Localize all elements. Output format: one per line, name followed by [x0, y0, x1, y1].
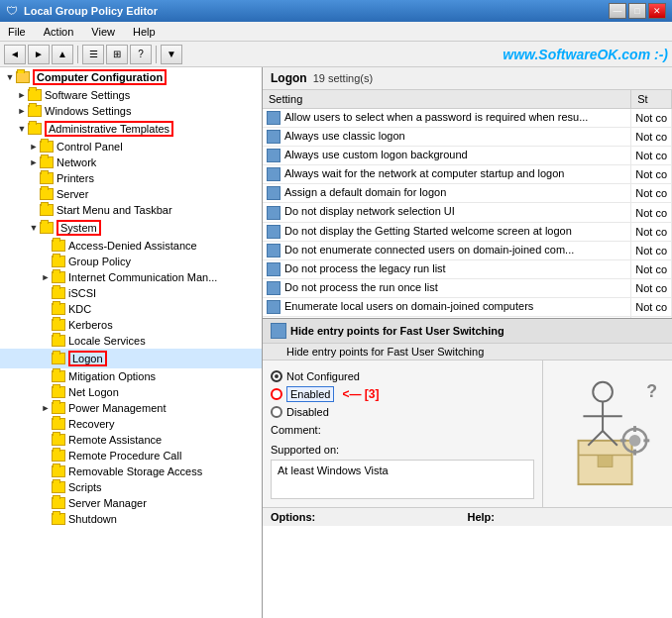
toggle-ic[interactable]: ►	[40, 271, 52, 283]
toggle-server[interactable]: ►	[28, 188, 40, 200]
toggle-kdc[interactable]: ►	[40, 303, 52, 315]
table-row[interactable]: Do not process the run once listNot co	[263, 278, 672, 297]
folder-icon-software	[28, 89, 42, 101]
setting-icon	[267, 167, 280, 181]
help-button[interactable]: ?	[130, 45, 152, 64]
table-row[interactable]: Do not enumerate connected users on doma…	[263, 241, 672, 259]
tree-item-access-denied[interactable]: ► Access-Denied Assistance	[0, 238, 262, 254]
forward-button[interactable]: ►	[28, 45, 50, 64]
tree-item-control-panel[interactable]: ► Control Panel	[0, 139, 262, 154]
toggle-gp[interactable]: ►	[40, 256, 52, 267]
table-row[interactable]: Enumerate local users on domain-joined c…	[263, 297, 672, 316]
menu-action[interactable]: Action	[40, 24, 78, 40]
table-row[interactable]: Do not display the Getting Started welco…	[263, 222, 672, 241]
table-row[interactable]: Always use classic logonNot co	[263, 128, 672, 147]
tree-item-network[interactable]: ► Network	[0, 154, 262, 170]
toggle-pwr[interactable]: ►	[40, 402, 52, 414]
toggle-rem[interactable]: ►	[40, 465, 52, 477]
menu-file[interactable]: File	[4, 24, 30, 40]
tree-item-power[interactable]: ► Power Management	[0, 400, 262, 416]
radio-not-configured-input[interactable]	[271, 370, 282, 382]
show-hide-button[interactable]: ☰	[82, 45, 104, 64]
menu-view[interactable]: View	[87, 24, 119, 40]
toggle-cp[interactable]: ►	[28, 141, 40, 153]
tree-item-admin-templates[interactable]: ▼ Administrative Templates	[0, 119, 262, 139]
toggle-sm[interactable]: ►	[40, 497, 52, 509]
toggle-ad[interactable]: ►	[40, 240, 52, 252]
radio-disabled-input[interactable]	[271, 406, 282, 418]
tree-item-start-menu[interactable]: ► Start Menu and Taskbar	[0, 202, 262, 218]
tree-item-internet-comm[interactable]: ► Internet Communication Man...	[0, 269, 262, 285]
tree-item-server-manager[interactable]: ► Server Manager	[0, 495, 262, 511]
toggle-rpc[interactable]: ►	[40, 450, 52, 462]
col-setting[interactable]: Setting	[263, 90, 631, 109]
col-status[interactable]: St	[631, 90, 672, 109]
tree-item-software-settings[interactable]: ► Software Settings	[0, 87, 262, 103]
folder-icon-kdc	[52, 303, 65, 315]
tree-item-recovery[interactable]: ► Recovery	[0, 416, 262, 432]
table-row[interactable]: Allow users to select when a password is…	[263, 109, 672, 128]
tree-item-server[interactable]: ► Server	[0, 186, 262, 202]
toggle-nl[interactable]: ►	[40, 386, 52, 398]
minimize-button[interactable]: —	[609, 3, 626, 19]
tree-item-windows-settings[interactable]: ► Windows Settings	[0, 103, 262, 119]
tree-item-logon[interactable]: ► Logon	[0, 349, 262, 368]
tree-item-mitigation[interactable]: ► Mitigation Options	[0, 368, 262, 384]
toggle-start[interactable]: ►	[28, 204, 40, 216]
toggle-net[interactable]: ►	[28, 156, 40, 168]
figure-svg: ?	[549, 366, 666, 495]
toggle-mit[interactable]: ►	[40, 370, 52, 382]
filter-button[interactable]: ▼	[161, 45, 182, 64]
tree-item-removable[interactable]: ► Removable Storage Access	[0, 464, 262, 479]
tree-item-locale[interactable]: ► Locale Services	[0, 333, 262, 349]
toggle-logon[interactable]: ►	[40, 353, 52, 364]
properties-button[interactable]: ⊞	[106, 45, 128, 64]
table-row[interactable]: Do not process the legacy run listNot co	[263, 259, 672, 278]
toggle-sys[interactable]: ▼	[28, 222, 40, 234]
setting-cell: Assign a default domain for logon	[263, 184, 631, 203]
toggle-kerb[interactable]: ►	[40, 319, 52, 331]
tree-item-shutdown[interactable]: ► Shutdown	[0, 511, 262, 527]
toggle-admin[interactable]: ▼	[16, 123, 28, 135]
radio-enabled-input[interactable]	[271, 388, 282, 400]
toggle-rec[interactable]: ►	[40, 418, 52, 430]
toggle-loc[interactable]: ►	[40, 335, 52, 347]
radio-not-configured-row[interactable]: Not Configured	[271, 370, 534, 382]
toggle-software[interactable]: ►	[16, 89, 28, 101]
settings-table-container[interactable]: Setting St Allow users to select when a …	[263, 90, 672, 318]
tree-item-net-logon[interactable]: ► Net Logon	[0, 384, 262, 400]
back-button[interactable]: ◄	[4, 45, 26, 64]
table-row[interactable]: Always wait for the network at computer …	[263, 165, 672, 184]
tree-item-kdc[interactable]: ► KDC	[0, 301, 262, 317]
menu-help[interactable]: Help	[129, 24, 160, 40]
detail-subtitle: Hide entry points for Fast User Switchin…	[286, 346, 484, 358]
tree-item-system[interactable]: ▼ System	[0, 218, 262, 238]
toggle-computer-config[interactable]: ▼	[4, 71, 16, 83]
table-row[interactable]: Always use custom logon backgroundNot co	[263, 147, 672, 165]
toggle-ra[interactable]: ►	[40, 434, 52, 446]
tree-item-remote-assist[interactable]: ► Remote Assistance	[0, 432, 262, 448]
toggle-printers[interactable]: ►	[28, 172, 40, 184]
tree-item-kerberos[interactable]: ► Kerberos	[0, 317, 262, 333]
maximize-button[interactable]: □	[628, 3, 646, 19]
radio-disabled-row[interactable]: Disabled	[271, 406, 534, 418]
toggle-windows[interactable]: ►	[16, 105, 28, 117]
tree-item-computer-config[interactable]: ▼ Computer Configuration	[0, 67, 262, 87]
toggle-is[interactable]: ►	[40, 287, 52, 299]
tree-item-scripts[interactable]: ► Scripts	[0, 479, 262, 495]
tree-item-group-policy[interactable]: ► Group Policy	[0, 254, 262, 269]
table-row[interactable]: Do not display network selection UINot c…	[263, 203, 672, 222]
setting-icon	[267, 130, 280, 144]
toggle-shut[interactable]: ►	[40, 513, 52, 525]
tree-item-printers[interactable]: ► Printers	[0, 170, 262, 186]
label-cp: Control Panel	[56, 141, 123, 153]
close-button[interactable]: ✕	[648, 3, 666, 19]
tree-item-rpc[interactable]: ► Remote Procedure Call	[0, 448, 262, 464]
tree-item-iscsi[interactable]: ► iSCSI	[0, 285, 262, 301]
radio-enabled-row[interactable]: Enabled <— [3]	[271, 386, 534, 402]
radio-not-configured-label: Not Configured	[286, 370, 360, 382]
table-row[interactable]: Assign a default domain for logonNot co	[263, 184, 672, 203]
tree-panel[interactable]: ▼ Computer Configuration ► Software Sett…	[0, 67, 263, 618]
up-button[interactable]: ▲	[52, 45, 73, 64]
toggle-scr[interactable]: ►	[40, 481, 52, 493]
